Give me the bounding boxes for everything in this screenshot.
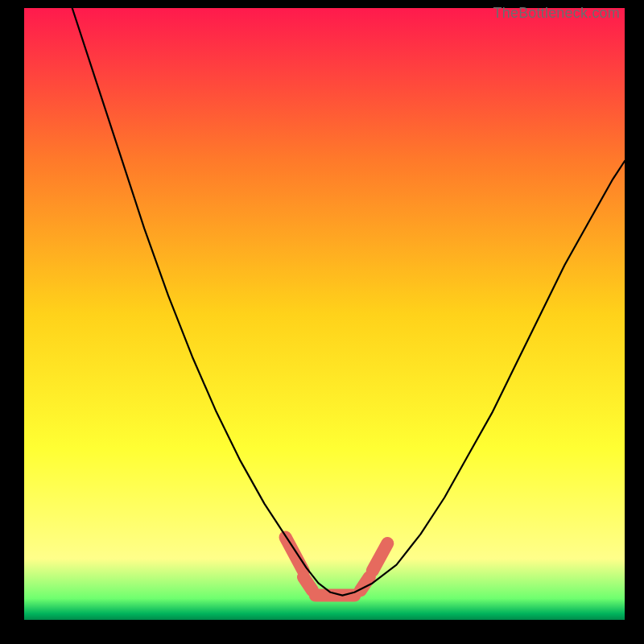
chart-background: [24, 8, 625, 620]
marker-segment: [303, 577, 312, 591]
chart-frame: TheBottleneck.com: [0, 0, 644, 644]
chart-svg: [24, 8, 625, 620]
chart-plot-area: [24, 8, 625, 620]
watermark-label: TheBottleneck.com: [493, 5, 620, 22]
